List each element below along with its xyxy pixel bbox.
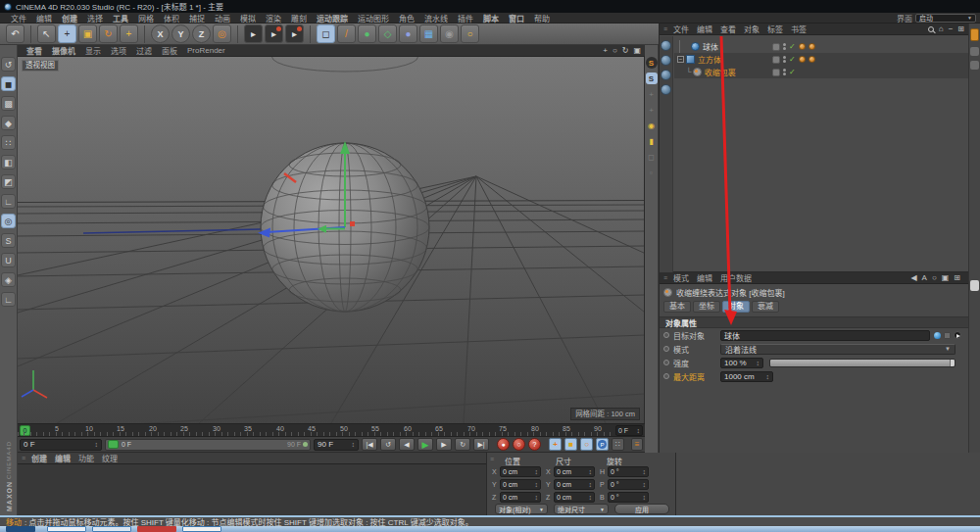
menu-character[interactable]: 角色 [394,13,419,24]
viewport-solo-button[interactable]: ◎ [1,214,16,228]
attribute-tab-icon[interactable] [970,280,979,291]
mode-a-icon[interactable]: A [922,273,927,282]
panel-grip[interactable]: ≡ [663,274,667,281]
tab-falloff[interactable]: 衰减 [752,301,779,313]
zoom-view-icon[interactable]: ○ [612,46,617,55]
key-parameter-toggle[interactable]: P [596,438,609,451]
stepper-icon[interactable]: ↕ [757,360,760,366]
pos-y-field[interactable]: 0 cm↕ [500,479,541,490]
om-menu-tag[interactable]: 标签 [763,24,787,34]
move-tool-button[interactable]: + [58,24,76,43]
vp-menu-filter[interactable]: 过滤 [131,45,157,56]
am-menu-userdata[interactable]: 用户数据 [716,272,756,283]
enabled-check-icon[interactable]: ✓ [789,68,796,76]
model-mode-button[interactable]: ◼ [1,76,16,91]
vp-menu-display[interactable]: 显示 [80,45,106,56]
menu-simulate[interactable]: 模拟 [235,13,261,24]
scale-tool-button[interactable]: ▣ [78,24,97,43]
gradient-bar-icon[interactable]: ▮ [646,135,658,147]
enable-axis-button[interactable]: ∟ [1,194,16,209]
side-tab-icon[interactable] [970,47,979,56]
enabled-check-icon[interactable]: ✓ [789,42,796,51]
size-y-field[interactable]: 0 cm↕ [554,479,595,490]
menu-file[interactable]: 文件 [6,13,31,24]
timeline-ruler[interactable]: 0 5 10 15 20 25 30 35 40 45 50 55 60 65 … [18,423,645,437]
add-camera-button[interactable]: ◉ [440,24,459,43]
anim-dot-icon[interactable] [663,360,669,365]
polygons-mode-button[interactable]: ◩ [1,174,16,189]
power-slider[interactable]: 0 F 90 F [105,439,311,451]
mode-dropdown[interactable]: 对象(相对)▼ [495,504,548,514]
key-position-toggle[interactable]: + [549,438,562,451]
menu-edit[interactable]: 编辑 [31,13,57,24]
stepper-icon[interactable]: ↕ [94,441,98,448]
key-scale-toggle[interactable]: ■ [564,438,577,451]
strength-field[interactable]: 100 % ↕ [720,358,763,368]
snap-icon-1[interactable]: S [646,57,658,69]
orbit-view-icon[interactable]: ↻ [622,46,629,55]
taskbar-item[interactable] [182,526,221,532]
add-spline-button[interactable]: / [337,24,356,43]
play-mode-button[interactable]: ↺ [380,438,396,451]
current-frame-field[interactable]: 0 F ↕ [20,439,102,451]
coordinate-system-button[interactable]: ◎ [213,24,231,43]
magnet-tool-button[interactable]: U [1,253,16,267]
pan-view-icon[interactable]: + [603,46,608,55]
menu-help[interactable]: 帮助 [529,13,555,24]
gizmo-center-handle[interactable] [350,221,355,226]
home-icon[interactable]: ⌂ [939,24,944,33]
next-frame-button[interactable]: ▶ [436,438,452,451]
goto-start-button[interactable]: |◀ [362,438,377,451]
taskbar-item[interactable] [47,526,86,532]
taskbar-item[interactable] [6,526,35,532]
menu-snap[interactable]: 捕捉 [184,13,210,24]
am-search-icon[interactable]: ○ [932,273,937,282]
ruler-end-field[interactable]: 0 F ↕ [615,425,643,436]
workplane-mode-button[interactable]: ◆ [1,116,16,130]
texture-mode-button[interactable]: ▩ [1,96,16,111]
render-view-button[interactable]: ▸ [244,24,263,43]
make-editable-button[interactable]: ↺ [1,57,16,72]
back-icon[interactable]: ◀ [910,273,916,282]
link-object-icon[interactable] [934,332,941,339]
add-cube-button[interactable]: ◻ [317,24,335,43]
viewport[interactable]: 透视视图 网格间距 : 100 cm [18,57,645,423]
mat-menu-function[interactable]: 功能 [74,453,98,463]
pos-x-field[interactable]: 0 cm↕ [500,466,541,477]
anim-dot-icon[interactable] [663,332,669,338]
keyframe-presets-button[interactable]: ≡ [631,438,643,451]
side-tab-icon[interactable] [970,61,979,70]
axis-center-icon[interactable]: ◉ [646,120,658,131]
workplane-snap-button[interactable]: ◈ [1,272,16,287]
prev-frame-button[interactable]: ◀ [399,438,415,451]
vp-menu-prorender[interactable]: ProRender [182,46,230,55]
keyframe-selection-button[interactable]: ? [528,438,541,451]
am-menu-edit[interactable]: 编辑 [693,272,716,283]
slider-playhead[interactable] [108,440,119,449]
key-pla-toggle[interactable]: ∷ [612,438,624,451]
collapse-expander-icon[interactable]: − [677,56,684,63]
tab-object[interactable]: 对象 [722,301,750,313]
scene-tab-icon[interactable] [661,70,671,80]
rotate-tool-button[interactable]: ↻ [99,24,118,43]
phong-tag-icon[interactable] [799,43,806,50]
key-rotation-toggle[interactable]: ○ [580,438,593,451]
live-selection-button[interactable]: ↖ [37,24,56,43]
object-row-sphere[interactable]: 球体 ✓ [674,40,969,53]
scene-tab-icon[interactable] [661,84,671,95]
max-distance-field[interactable]: 1000 cm ↕ [720,371,773,382]
om-menu-edit[interactable]: 编辑 [693,24,716,34]
anim-dot-icon[interactable] [663,346,669,352]
om-menu-bookmark[interactable]: 书签 [787,24,810,34]
phong-tag-icon[interactable] [799,56,806,63]
visibility-dots[interactable] [783,43,786,50]
lock-workplane-button[interactable]: ∟ [1,292,16,307]
menu-tools[interactable]: 工具 [108,13,133,24]
rot-p-field[interactable]: 0 °↕ [608,479,649,490]
visibility-dots[interactable] [783,69,786,75]
minimize-icon[interactable]: − [949,24,954,33]
mode-dropdown[interactable]: 沿着法线 ▼ [720,344,956,355]
scene-tab-icon[interactable] [661,40,671,51]
tag-icon[interactable] [808,43,815,50]
tab-basic[interactable]: 基本 [663,301,691,313]
